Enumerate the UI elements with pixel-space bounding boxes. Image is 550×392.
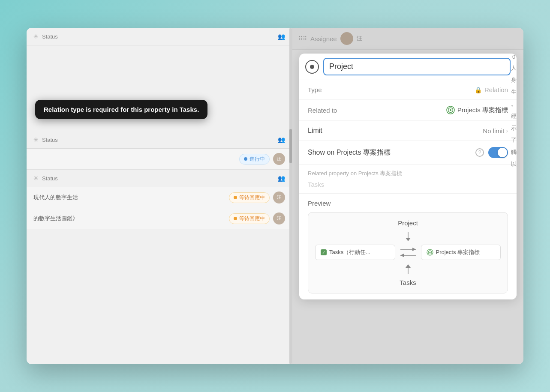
svg-marker-13 — [406, 264, 411, 268]
type-value-container: 🔒 Relation — [475, 86, 508, 93]
asterisk-icon-1: ✳ — [33, 33, 39, 40]
status-dot-orange-1 — [234, 196, 237, 199]
svg-point-2 — [450, 109, 451, 111]
avatar-1: 汪 — [273, 153, 285, 165]
section-header-3: ✳ Status 👥 — [27, 170, 292, 187]
show-on-projects-row: Show on Projects 專案指標 ? — [299, 141, 517, 165]
error-tooltip-text: Relation type is required for this prope… — [44, 106, 199, 113]
scrollbar[interactable] — [289, 28, 292, 364]
status-text-3: 等待回應中 — [239, 215, 265, 222]
help-icon[interactable]: ? — [475, 148, 484, 157]
table-row-1[interactable]: 進行中 汪 — [27, 149, 292, 170]
status-dot-orange-2 — [234, 217, 237, 220]
arrow-up-svg — [400, 263, 417, 274]
right-panel-top: ⠿⠿ Assignee 汪 — [292, 28, 523, 50]
status-header-2: Status — [42, 137, 274, 143]
limit-row[interactable]: Limit No limit › — [299, 121, 517, 141]
people-icon-2: 👥 — [278, 136, 285, 143]
grip-icon: ⠿⠿ — [298, 35, 307, 42]
related-to-row[interactable]: Related to Projects 專案指標 — [299, 100, 517, 121]
target-icon — [305, 60, 319, 74]
preview-diagram: Project ✓ Tasks（行動任... — [308, 212, 508, 293]
people-icon-3: 👥 — [278, 175, 285, 182]
show-on-projects-label: Show on Projects 專案指標 — [308, 148, 475, 157]
search-row — [299, 54, 517, 80]
status-text-2: 等待回應中 — [239, 194, 265, 201]
diagram-box-right: Projects 專案指標 — [421, 245, 501, 260]
status-badge-waiting-2: 等待回應中 — [229, 213, 270, 224]
asterisk-icon-3: ✳ — [33, 175, 39, 182]
right-side-text: 0 人 身 生 。 經 示 了 觸 以 — [504, 28, 523, 364]
scroll-thumb — [289, 129, 292, 163]
table-row-2[interactable]: 現代人的數字生活 等待回應中 汪 — [27, 187, 292, 208]
lock-icon: 🔒 — [475, 87, 482, 93]
status-dot-blue — [244, 157, 247, 161]
target-icon-diagram — [427, 249, 433, 256]
target-inner — [310, 65, 314, 69]
status-header-1: Status — [42, 33, 274, 40]
related-to-value: Projects 專案指標 — [446, 106, 508, 114]
limit-value-text: No limit — [483, 127, 504, 135]
arrow-down-svg — [400, 232, 417, 242]
assignee-label: Assignee — [310, 35, 337, 42]
diagram-left-text: Tasks（行動任... — [329, 248, 370, 256]
related-to-value-text: Projects 專案指標 — [457, 106, 508, 114]
row-title-2: 現代人的數字生活 — [33, 194, 229, 201]
target-green-icon — [446, 106, 455, 114]
left-panel: ✳ Status 👥 Relation type is required for… — [27, 28, 292, 364]
status-header-3: Status — [42, 175, 274, 182]
section-header-2: ✳ Status 👥 — [27, 131, 292, 149]
property-panel: Type 🔒 Relation Related to Projects 專案指標 — [299, 54, 517, 299]
related-to-label: Related to — [308, 107, 446, 114]
tasks-placeholder: Tasks — [308, 181, 508, 188]
main-window: ✳ Status 👥 Relation type is required for… — [27, 28, 523, 364]
error-tooltip: Relation type is required for this prope… — [35, 100, 207, 119]
diagram-box-left: ✓ Tasks（行動任... — [315, 245, 395, 260]
property-name-input[interactable] — [323, 58, 511, 75]
type-label: Type — [308, 86, 475, 93]
people-icon-1: 👥 — [278, 33, 285, 40]
limit-label: Limit — [308, 127, 483, 135]
avatar-3: 汪 — [273, 212, 285, 224]
status-text-1: 進行中 — [249, 156, 265, 163]
svg-marker-6 — [412, 248, 416, 251]
related-prop-label: Related property on Projects 專案指標 — [308, 170, 508, 177]
svg-marker-4 — [406, 238, 411, 241]
asterisk-icon-2: ✳ — [33, 136, 39, 143]
table-row-3[interactable]: 的數字生活圖鑑》 等待回應中 汪 — [27, 208, 292, 229]
assignee-avatar — [340, 32, 353, 45]
row-title-3: 的數字生活圖鑑》 — [33, 215, 229, 222]
diagram-right-text: Projects 專案指標 — [436, 248, 480, 256]
status-badge-waiting-1: 等待回應中 — [229, 192, 270, 203]
diagram-arrows-svg — [400, 246, 417, 259]
diagram-top-label: Project — [315, 219, 501, 227]
diagram-middle: ✓ Tasks（行動任... — [315, 245, 501, 260]
preview-label: Preview — [308, 200, 508, 207]
avatar-2: 汪 — [273, 192, 285, 203]
svg-point-11 — [429, 252, 430, 253]
status-badge-in-progress: 進行中 — [239, 154, 270, 165]
avatar-name-text: 汪 — [357, 35, 362, 42]
diagram-bottom-label: Tasks — [315, 279, 501, 286]
right-panel: ⠿⠿ Assignee 汪 Type 🔒 Relation — [292, 28, 523, 364]
type-row: Type 🔒 Relation — [299, 80, 517, 100]
preview-section: Preview Project — [299, 194, 517, 299]
related-property-section: Related property on Projects 專案指標 Tasks — [299, 165, 517, 194]
svg-marker-8 — [400, 254, 404, 257]
checkbox-icon: ✓ — [321, 249, 327, 255]
section-header-1: ✳ Status 👥 — [27, 28, 292, 45]
